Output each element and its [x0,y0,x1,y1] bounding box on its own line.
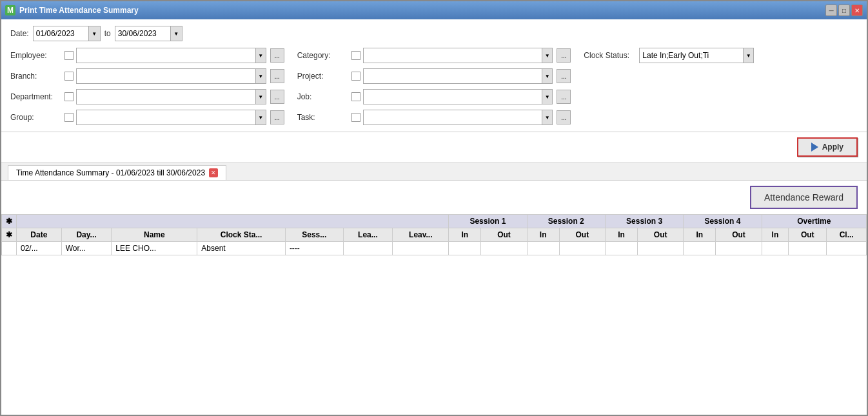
filter-panel: Date: ▼ to ▼ Employee: [1,19,867,132]
group-more-btn[interactable]: ... [270,110,284,124]
date-to-wrap: ▼ [115,26,182,41]
employee-label: Employee: [10,51,62,60]
date-from-wrap: ▼ [33,26,101,41]
task-input[interactable] [364,110,542,124]
col-leav: Leav... [393,228,449,242]
project-input-wrap: ▼ [363,68,553,84]
apply-label: Apply [822,143,843,152]
category-input[interactable] [364,48,542,63]
department-checkbox[interactable] [64,92,74,101]
branch-dropdown-btn[interactable]: ▼ [255,69,266,83]
project-checkbox[interactable] [351,72,360,81]
employee-input-wrap: ▼ [76,48,266,63]
col-s3-in: In [605,228,637,242]
cell-clock-status: Absent [197,242,286,255]
clock-status-input[interactable] [640,48,743,63]
data-table: ✱ Session 1 Session 2 Session 3 Session … [1,214,867,255]
col-date: Date [17,228,62,242]
job-input[interactable] [364,90,542,104]
group-input[interactable] [77,110,255,124]
cell-s1-in [449,242,481,255]
table-toolbar: Attendance Reward [1,181,867,214]
col-day: Day... [61,228,112,242]
clock-status-dropdown-btn[interactable]: ▼ [743,48,753,63]
project-input[interactable] [364,69,542,83]
app-icon: M [5,5,15,15]
task-dropdown-btn[interactable]: ▼ [542,110,552,124]
project-dropdown-btn[interactable]: ▼ [542,69,552,83]
col-s1-out: Out [481,228,527,242]
category-more-btn[interactable]: ... [557,48,571,63]
maximize-button[interactable]: □ [838,5,850,16]
department-input[interactable] [77,90,255,104]
tab-close-button[interactable]: ✕ [209,168,218,177]
branch-input[interactable] [77,69,255,83]
category-dropdown-btn[interactable]: ▼ [542,48,552,63]
window-title: Print Time Attendance Summary [19,6,825,15]
col-star: ✱ [2,228,17,242]
job-checkbox[interactable] [351,92,360,101]
col-name: Name [112,228,197,242]
group-input-wrap: ▼ [76,110,266,125]
cell-sess: ---- [285,242,343,255]
cell-lea [343,242,393,255]
cell-date: 02/... [17,242,62,255]
branch-input-wrap: ▼ [76,68,266,84]
group-row: Group: ▼ ... [10,110,284,125]
task-checkbox[interactable] [351,113,360,122]
session2-header: Session 2 [527,215,605,228]
table-row: 02/... Wor... LEE CHO... Absent ---- [2,242,867,255]
apply-button[interactable]: Apply [797,137,858,157]
project-more-btn[interactable]: ... [557,69,571,83]
close-button[interactable]: ✕ [851,5,863,16]
employee-dropdown-btn[interactable]: ▼ [255,48,266,63]
job-label: Job: [297,92,349,101]
cell-ot-out [789,242,827,255]
employee-more-btn[interactable]: ... [270,48,284,63]
apply-play-icon [811,143,818,152]
employee-input[interactable] [77,48,255,63]
star-header: ✱ [2,215,17,228]
date-to-input[interactable] [115,28,170,39]
branch-checkbox[interactable] [64,72,74,81]
session1-header: Session 1 [449,215,527,228]
category-label: Category: [297,51,349,60]
col-ot-out: Out [789,228,827,242]
job-more-btn[interactable]: ... [557,90,571,104]
branch-more-btn[interactable]: ... [270,69,284,83]
row-selector[interactable] [2,242,17,255]
col-s4-out: Out [716,228,762,242]
group-dropdown-btn[interactable]: ▼ [255,110,266,124]
category-checkbox[interactable] [351,51,360,60]
session3-header: Session 3 [605,215,683,228]
employee-checkbox[interactable] [64,51,74,60]
col-clock-status: Clock Sta... [197,228,286,242]
department-label: Department: [10,92,62,101]
job-dropdown-btn[interactable]: ▼ [542,90,552,104]
branch-label: Branch: [10,72,62,81]
column-group-header-row: ✱ Session 1 Session 2 Session 3 Session … [2,215,867,228]
department-row: Department: ▼ ... [10,89,284,104]
department-more-btn[interactable]: ... [270,90,284,104]
project-row: Project: ▼ ... [297,68,571,84]
col-s3-out: Out [638,228,684,242]
date-to-dropdown[interactable]: ▼ [170,26,182,41]
attendance-reward-button[interactable]: Attendance Reward [750,186,858,209]
date-from-input[interactable] [34,28,88,39]
task-row: Task: ▼ ... [297,110,571,125]
date-row: Date: ▼ to ▼ [10,26,858,41]
minimize-button[interactable]: ─ [825,5,837,16]
summary-tab[interactable]: Time Attendance Summary - 01/06/2023 til… [8,165,226,180]
main-cols-header [17,215,449,228]
job-row: Job: ▼ ... [297,89,571,104]
tab-label: Time Attendance Summary - 01/06/2023 til… [16,168,205,177]
group-checkbox[interactable] [64,113,74,122]
col-lea: Lea... [343,228,393,242]
date-from-dropdown[interactable]: ▼ [88,26,100,41]
department-dropdown-btn[interactable]: ▼ [255,90,266,104]
clock-status-row: Clock Status: ▼ [584,48,858,63]
task-more-btn[interactable]: ... [557,110,571,124]
overtime-header: Overtime [762,215,866,228]
tab-area: Time Attendance Summary - 01/06/2023 til… [1,163,867,180]
cell-s2-in [527,242,559,255]
